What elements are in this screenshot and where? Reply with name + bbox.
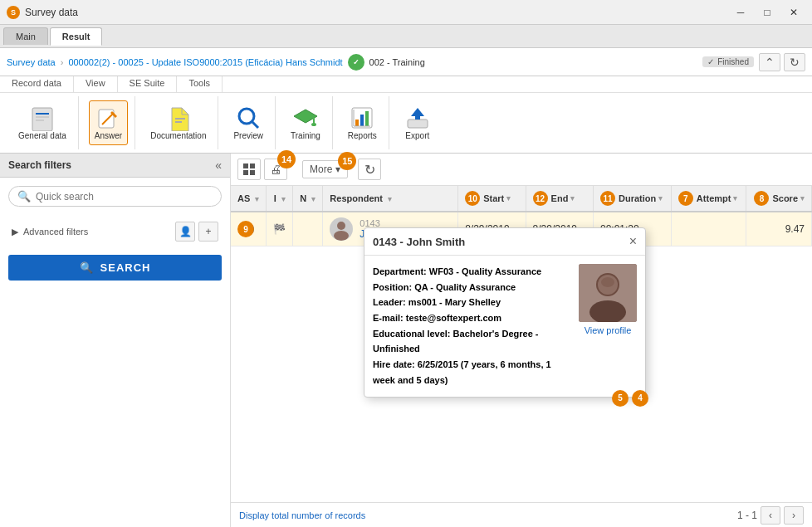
- add-filter-button[interactable]: +: [198, 222, 218, 242]
- badge-15: 15: [338, 152, 356, 170]
- next-page-button[interactable]: ›: [784, 506, 804, 525]
- ribbon-btn-reports[interactable]: Reports: [343, 101, 382, 144]
- training-label: Training: [291, 131, 320, 141]
- col-header-score[interactable]: 8 Score ▾: [746, 186, 811, 212]
- svg-rect-22: [250, 170, 255, 175]
- hire-label: Hire date:: [373, 359, 415, 369]
- page-range: 1 - 1: [737, 510, 757, 521]
- col-header-n[interactable]: N ▾: [293, 186, 323, 212]
- ribbon-tab-view[interactable]: View: [74, 76, 118, 92]
- badge-11: 11: [600, 191, 615, 206]
- col-duration-label: Duration: [619, 193, 656, 203]
- leader-label: Leader:: [373, 297, 406, 307]
- ribbon-tab-tools[interactable]: Tools: [177, 76, 223, 92]
- documentation-label: Documentation: [150, 131, 206, 141]
- prev-page-button[interactable]: ‹: [761, 506, 780, 525]
- ribbon-btn-training[interactable]: Training: [286, 101, 325, 144]
- window-controls: ─ □ ✕: [729, 4, 805, 21]
- reports-label: Reports: [348, 131, 377, 141]
- status-check-icon: ✓: [707, 57, 714, 66]
- minimize-button[interactable]: ─: [729, 4, 752, 21]
- col-header-as[interactable]: AS ▾: [231, 186, 267, 212]
- maximize-button[interactable]: □: [756, 4, 779, 21]
- search-btn-label: SEARCH: [100, 261, 151, 274]
- search-button[interactable]: 🔍 SEARCH: [8, 255, 222, 281]
- col-flag-label: I: [274, 193, 276, 203]
- advanced-filters-row[interactable]: ▶ Advanced filters 👤 +: [8, 218, 222, 245]
- col-header-end[interactable]: 12 End ▾: [526, 186, 593, 212]
- breadcrumb-status-icon: ✓: [348, 54, 364, 71]
- svg-marker-18: [411, 108, 424, 120]
- breadcrumb-nav-buttons: ⌃ ↻: [759, 53, 805, 71]
- ribbon-group-documentation: Documentation: [139, 96, 218, 149]
- col-header-attempt[interactable]: 7 Attempt ▾: [671, 186, 746, 212]
- breadcrumb-item1[interactable]: 000002(2) - 00025 - Update ISO9000:2015 …: [68, 57, 342, 67]
- popup-photo: [579, 264, 637, 322]
- refresh-button[interactable]: ↻: [358, 159, 381, 180]
- col-respondent-label: Respondent: [330, 193, 383, 203]
- tab-result[interactable]: Result: [50, 27, 103, 46]
- preview-label: Preview: [233, 131, 263, 141]
- svg-rect-13: [360, 115, 364, 126]
- app-icon: S: [7, 6, 20, 19]
- avatar: [330, 217, 353, 241]
- col-flag-sort-icon: ▾: [281, 195, 286, 203]
- department-label: Department:: [373, 266, 427, 276]
- search-box[interactable]: 🔍: [8, 186, 222, 207]
- ribbon-tab-record-data[interactable]: Record data: [0, 76, 74, 92]
- popup-close-button[interactable]: ×: [629, 235, 637, 248]
- collapse-button[interactable]: «: [215, 159, 222, 172]
- svg-rect-21: [243, 170, 248, 175]
- ribbon-btn-export[interactable]: Export: [399, 101, 436, 144]
- export-icon: [404, 105, 431, 131]
- add-filter-user-button[interactable]: 👤: [175, 222, 195, 242]
- col-respondent-sort-icon: ▾: [388, 195, 392, 203]
- breadcrumb-status-badge: ✓ Finished: [702, 56, 754, 67]
- popup-header: 0143 - John Smith ×: [364, 228, 645, 256]
- badge-7: 7: [678, 191, 693, 206]
- breadcrumb-up-button[interactable]: ⌃: [759, 53, 780, 71]
- close-button[interactable]: ✕: [782, 4, 805, 21]
- badge-8: 8: [754, 191, 769, 206]
- svg-line-8: [252, 122, 258, 128]
- col-as-sort-icon: ▾: [255, 195, 259, 203]
- edu-label: Educational level:: [373, 329, 451, 339]
- col-header-duration[interactable]: 11 Duration ▾: [594, 186, 672, 212]
- col-start-label: Start: [483, 193, 504, 203]
- ribbon-btn-documentation[interactable]: Documentation: [145, 101, 211, 144]
- svg-point-7: [239, 109, 254, 124]
- flag-icon: 🏁: [273, 223, 286, 235]
- answer-label: Answer: [95, 131, 122, 141]
- breadcrumb-refresh-button[interactable]: ↻: [784, 53, 805, 71]
- badge-10: 10: [465, 191, 480, 206]
- documentation-icon: [165, 105, 192, 131]
- svg-rect-2: [36, 116, 49, 118]
- col-header-respondent[interactable]: Respondent ▾: [323, 186, 458, 212]
- view-profile-link[interactable]: View profile: [585, 325, 632, 335]
- svg-rect-14: [365, 111, 369, 126]
- breadcrumb-sub: 002 - Training: [369, 57, 425, 67]
- table-header-row: AS ▾ I ▾ N: [231, 186, 812, 212]
- tab-bar: Main Result: [0, 25, 812, 48]
- svg-rect-17: [408, 120, 428, 128]
- col-header-start[interactable]: 10 Start ▾: [458, 186, 526, 212]
- advanced-filters-label: Advanced filters: [23, 227, 88, 237]
- breadcrumb-root[interactable]: Survey data: [7, 57, 56, 67]
- total-records-link[interactable]: Display total number of records: [239, 510, 365, 520]
- quick-search-input[interactable]: [36, 191, 213, 203]
- ribbon-btn-answer[interactable]: Answer: [89, 100, 128, 145]
- grid-view-button[interactable]: [237, 159, 261, 180]
- col-end-sort-icon: ▾: [570, 194, 575, 203]
- popup-photo-section: View profile: [579, 264, 637, 388]
- page-info: 1 - 1 ‹ ›: [737, 506, 804, 525]
- col-header-flag[interactable]: I ▾: [267, 186, 293, 212]
- svg-rect-5: [175, 118, 185, 120]
- tab-main[interactable]: Main: [3, 27, 48, 45]
- more-label: More: [310, 163, 332, 175]
- ribbon-btn-preview[interactable]: Preview: [228, 101, 268, 144]
- advanced-filters-actions: 👤 +: [175, 222, 218, 242]
- leader-value: ms001 - Mary Shelley: [408, 297, 501, 307]
- ribbon-tab-se-suite[interactable]: SE Suite: [118, 76, 178, 92]
- col-start-sort-icon: ▾: [506, 194, 511, 203]
- ribbon-btn-general-data[interactable]: General data: [13, 101, 71, 144]
